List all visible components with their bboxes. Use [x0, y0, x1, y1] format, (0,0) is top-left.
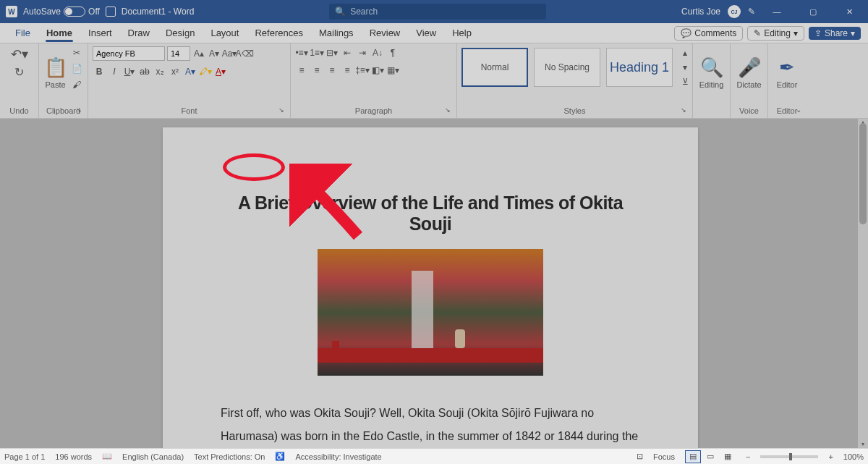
sort-icon[interactable]: A↓ [371, 46, 384, 59]
tab-help[interactable]: Help [444, 23, 480, 43]
font-color-icon[interactable]: A▾ [214, 65, 227, 78]
subscript-icon[interactable]: x₂ [153, 65, 166, 78]
group-clipboard-label: Clipboard↘ [43, 105, 83, 117]
status-language[interactable]: English (Canada) [122, 452, 184, 461]
clear-format-icon[interactable]: A⌫ [238, 47, 251, 60]
bold-icon[interactable]: B [93, 65, 106, 78]
close-button[interactable]: ✕ [835, 0, 864, 23]
autosave-label: AutoSave [23, 7, 61, 17]
save-icon[interactable] [106, 7, 116, 17]
editor-button[interactable]: ✒ Editor [773, 46, 801, 98]
document-body-text[interactable]: First off, who was Okita Souji? Well, Ok… [221, 402, 640, 448]
italic-icon[interactable]: I [108, 65, 121, 78]
status-focus[interactable]: Focus [653, 452, 675, 461]
document-canvas[interactable]: A Brief Overview of the Life and Times o… [0, 119, 868, 448]
group-voice-label: Voice [735, 105, 763, 117]
document-heading[interactable]: A Brief Overview of the Life and Times o… [221, 193, 640, 235]
editing-button[interactable]: 🔍 Editing [697, 46, 726, 98]
read-mode-view-icon[interactable]: ▭ [702, 450, 718, 463]
styles-more-icon[interactable]: ⊻ [678, 75, 692, 88]
collapse-ribbon-icon[interactable]: ⌄ [796, 106, 801, 114]
zoom-slider[interactable] [760, 455, 818, 458]
format-painter-icon[interactable]: 🖌 [70, 78, 83, 91]
redo-icon[interactable]: ↻ [14, 65, 24, 79]
pen-icon[interactable]: ✎ [748, 7, 755, 17]
comments-button[interactable]: 💬 Comments [674, 26, 743, 41]
zoom-in-icon[interactable]: + [828, 452, 833, 461]
font-size-select[interactable] [167, 46, 190, 61]
ribbon-tabs: File Home Insert Draw Design Layout Refe… [0, 23, 868, 43]
tab-review[interactable]: Review [362, 23, 409, 43]
clipboard-icon: 📋 [44, 56, 67, 79]
zoom-out-icon[interactable]: − [746, 452, 750, 461]
status-bar: Page 1 of 1 196 words 📖 English (Canada)… [0, 448, 868, 464]
line-spacing-icon[interactable]: ‡≡▾ [356, 64, 369, 77]
status-zoom[interactable]: 100% [843, 452, 864, 461]
shading-icon[interactable]: ◧▾ [371, 64, 384, 77]
user-avatar-icon[interactable]: CJ [728, 5, 741, 18]
status-predictions[interactable]: Text Predictions: On [194, 452, 265, 461]
tab-references[interactable]: References [247, 23, 310, 43]
user-name[interactable]: Curtis Joe [681, 7, 720, 17]
print-layout-view-icon[interactable]: ▤ [685, 450, 701, 463]
style-heading1[interactable]: Heading 1 [606, 48, 673, 87]
align-right-icon[interactable]: ≡ [326, 64, 339, 77]
tab-draw[interactable]: Draw [120, 23, 158, 43]
status-accessibility[interactable]: Accessibility: Investigate [295, 452, 381, 461]
scroll-thumb[interactable] [859, 123, 867, 224]
styles-up-icon[interactable]: ▴ [678, 46, 692, 59]
text-effects-icon[interactable]: A▾ [184, 65, 197, 78]
status-page[interactable]: Page 1 of 1 [4, 452, 45, 461]
multilevel-icon[interactable]: ⊟▾ [326, 46, 339, 59]
web-layout-view-icon[interactable]: ▦ [720, 450, 736, 463]
maximize-button[interactable]: ▢ [799, 0, 827, 23]
change-case-icon[interactable]: Aa▾ [223, 47, 236, 60]
tab-home[interactable]: Home [38, 23, 80, 43]
word-app-icon: W [6, 6, 17, 17]
minimize-button[interactable]: — [762, 0, 791, 23]
strike-icon[interactable]: ab [138, 65, 151, 78]
align-left-icon[interactable]: ≡ [295, 64, 308, 77]
vertical-scrollbar[interactable]: ▴ ▾ [858, 119, 868, 448]
underline-icon[interactable]: U▾ [123, 65, 136, 78]
copy-icon[interactable]: 📄 [70, 62, 83, 75]
tab-file[interactable]: File [7, 23, 38, 43]
editing-mode-button[interactable]: ✎ Editing ▾ [747, 26, 804, 41]
styles-down-icon[interactable]: ▾ [678, 61, 692, 74]
search-input[interactable]: 🔍 Search [329, 4, 546, 20]
shrink-font-icon[interactable]: A▾ [208, 47, 221, 60]
autosave-toggle[interactable]: AutoSave Off [23, 7, 100, 17]
decrease-indent-icon[interactable]: ⇤ [341, 46, 354, 59]
grow-font-icon[interactable]: A▴ [192, 47, 205, 60]
justify-icon[interactable]: ≡ [341, 64, 354, 77]
borders-icon[interactable]: ▦▾ [386, 64, 399, 77]
share-button[interactable]: ⇪ Share ▾ [809, 27, 861, 40]
numbering-icon[interactable]: 1≡▾ [310, 46, 323, 59]
bullets-icon[interactable]: •≡▾ [295, 46, 308, 59]
align-center-icon[interactable]: ≡ [310, 64, 323, 77]
tab-view[interactable]: View [408, 23, 444, 43]
tab-mailings[interactable]: Mailings [311, 23, 362, 43]
focus-icon[interactable]: ⊡ [637, 452, 643, 461]
tab-layout[interactable]: Layout [203, 23, 247, 43]
page[interactable]: A Brief Overview of the Life and Times o… [163, 127, 698, 448]
highlight-icon[interactable]: 🖍▾ [199, 65, 212, 78]
ribbon: ↶▾ ↻ Undo 📋 Paste ✂ 📄 🖌 Clipboard↘ A▴ A▾ [0, 43, 868, 119]
dictate-button[interactable]: 🎤 Dictate [735, 46, 763, 98]
proofing-icon[interactable]: 📖 [102, 452, 112, 461]
scroll-down-icon[interactable]: ▾ [859, 441, 867, 448]
style-normal[interactable]: Normal [461, 48, 528, 87]
tab-design[interactable]: Design [158, 23, 203, 43]
paste-button[interactable]: 📋 Paste [43, 46, 67, 98]
cut-icon[interactable]: ✂ [70, 46, 83, 59]
font-name-select[interactable] [93, 46, 165, 61]
show-marks-icon[interactable]: ¶ [386, 46, 399, 59]
increase-indent-icon[interactable]: ⇥ [356, 46, 369, 59]
superscript-icon[interactable]: x² [169, 65, 182, 78]
undo-icon[interactable]: ↶▾ [11, 46, 28, 62]
status-words[interactable]: 196 words [55, 452, 92, 461]
style-nospacing[interactable]: No Spacing [534, 48, 600, 87]
document-image[interactable] [318, 249, 543, 376]
tab-insert[interactable]: Insert [80, 23, 120, 43]
toggle-icon[interactable] [64, 7, 85, 17]
